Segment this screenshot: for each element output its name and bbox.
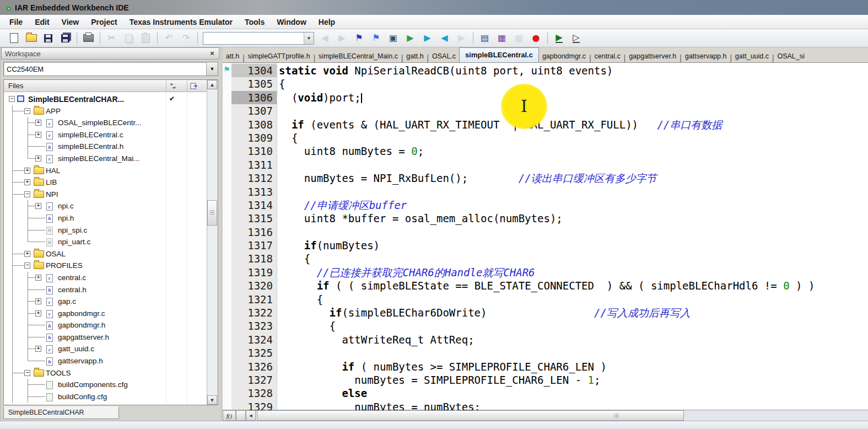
expand-icon[interactable]: +: [35, 203, 41, 209]
code-text[interactable]: //已连接并获取完CHAR6的Handle就写CHAR6: [277, 266, 535, 279]
code-text[interactable]: numBytes = NPI_RxBufLen(); //读出串口缓冲区有多少字…: [277, 171, 657, 185]
compile-button[interactable]: ▤: [477, 31, 493, 45]
tree-item-label[interactable]: LIB: [46, 178, 57, 186]
chevron-down-icon[interactable]: ▼: [206, 62, 218, 76]
navigate-unavailable-button[interactable]: ▶: [454, 31, 470, 45]
tree-item-label[interactable]: npi_spi.c: [58, 226, 87, 234]
code-text[interactable]: {: [277, 252, 310, 265]
breakpoint-cell[interactable]: [223, 226, 231, 239]
code-text[interactable]: if(simpleBLEChar6DoWrite) //写入成功后再写入: [277, 306, 691, 319]
tree-item-label[interactable]: npi_uart.c: [58, 238, 90, 246]
expand-icon[interactable]: +: [35, 275, 41, 281]
save-all-button[interactable]: [57, 31, 73, 45]
code-text[interactable]: if (events & (HAL_UART_RX_TIMEOUT | HAL_…: [277, 118, 722, 131]
tree-item-gapbondmgr-h[interactable]: gapbondmgr.h: [4, 319, 207, 331]
collapse-icon[interactable]: −: [24, 108, 30, 114]
tree-item-gap-c[interactable]: +gap.c: [4, 296, 207, 308]
code-text[interactable]: //申请缓冲区buffer: [277, 199, 407, 212]
tree-item-gapgattserver-h[interactable]: gapgattserver.h: [4, 331, 207, 344]
tree-scrollbar-thumb[interactable]: [207, 200, 217, 226]
navigate-forward-button[interactable]: ▶: [419, 31, 435, 45]
menu-item-texas-instruments-emulator[interactable]: Texas Instruments Emulator: [123, 15, 239, 29]
tree-item-npi-h[interactable]: npi.h: [4, 212, 207, 224]
tree-item-simpleblecentral-h[interactable]: simpleBLECentral.h: [4, 141, 207, 153]
breakpoint-cell[interactable]: [223, 77, 231, 90]
editor-tab-gatt-h[interactable]: gatt.h: [403, 50, 427, 62]
tree-item-label[interactable]: gapgattserver.h: [58, 333, 109, 341]
tree-item-gapbondmgr-c[interactable]: +gapbondmgr.c: [4, 308, 207, 320]
expand-icon[interactable]: +: [24, 168, 30, 174]
breakpoint-cell[interactable]: [223, 131, 231, 144]
breakpoint-cell[interactable]: [223, 91, 231, 104]
expand-icon[interactable]: +: [35, 310, 41, 317]
tree-item-hal[interactable]: +HAL: [4, 165, 207, 177]
tree-item-label[interactable]: simpleBLECentral.c: [58, 131, 123, 139]
go-to-function-button[interactable]: f(): [223, 410, 236, 421]
scroll-down-icon[interactable]: ▼: [207, 395, 217, 405]
code-text[interactable]: {: [277, 293, 323, 306]
tree-item-label[interactable]: simpleBLECentral.h: [58, 142, 123, 151]
collapse-icon[interactable]: −: [24, 191, 30, 197]
tree-item-label[interactable]: npi.c: [58, 202, 74, 210]
menu-item-project[interactable]: Project: [85, 15, 123, 29]
tree-item-label[interactable]: APP: [46, 107, 61, 115]
expand-icon[interactable]: +: [35, 132, 41, 138]
workspace-bottom-tab[interactable]: SimpleBLECentralCHAR: [3, 406, 119, 419]
tree-item-gatt-uuid-c[interactable]: +gatt_uuid.c: [4, 343, 207, 355]
files-column-header[interactable]: Files: [4, 80, 218, 92]
editor-tab-simpleblecentral-c[interactable]: simpleBLECentral.c: [459, 47, 539, 62]
expand-icon[interactable]: +: [24, 179, 30, 185]
make-button[interactable]: ▦: [494, 31, 510, 45]
breakpoint-cell[interactable]: [223, 118, 231, 131]
breakpoint-cell[interactable]: [223, 252, 231, 265]
code-text[interactable]: if ( numBytes >= SIMPLEPROFILE_CHAR6_LEN…: [277, 360, 607, 373]
menu-item-edit[interactable]: Edit: [29, 15, 55, 29]
editor-tab-gattservapp-h[interactable]: gattservapp.h: [682, 50, 730, 62]
breakpoint-cell[interactable]: [223, 104, 231, 117]
tree-item-buildcomponents-cfg[interactable]: buildComponents.cfg: [4, 379, 207, 391]
editor-tab-simpleblecentral-main-c[interactable]: simpleBLECentral_Main.c: [315, 50, 401, 62]
tree-item-simpleblecentralchar[interactable]: −SimpleBLECentralCHAR...✔: [4, 93, 207, 105]
expand-icon[interactable]: +: [35, 155, 41, 162]
open-document-button[interactable]: [23, 31, 39, 45]
tree-item-label[interactable]: buildConfig.cfg: [58, 393, 107, 401]
editor-tab-gatt-uuid-c[interactable]: gatt_uuid.c: [732, 50, 772, 62]
tree-item-lib[interactable]: +LIB: [4, 176, 207, 189]
breakpoint-cell[interactable]: [223, 279, 231, 292]
tree-item-label[interactable]: gatt_uuid.c: [58, 345, 94, 353]
toggle-bookmark-button[interactable]: ⚑: [351, 31, 367, 45]
tree-item-label[interactable]: OSAL_simpleBLECentr...: [58, 119, 142, 127]
code-text[interactable]: {: [277, 77, 285, 90]
tree-item-buildconfig-cfg[interactable]: buildConfig.cfg: [4, 391, 207, 403]
code-text[interactable]: static void NpiSerialReadCB(uint8 port, …: [277, 64, 613, 77]
quick-search-button[interactable]: ▶: [402, 31, 418, 45]
menu-item-window[interactable]: Window: [271, 15, 312, 29]
expand-icon[interactable]: +: [35, 298, 41, 304]
editor-tab-osal-c[interactable]: OSAL.c: [429, 50, 459, 62]
code-text[interactable]: [277, 346, 279, 360]
save-button[interactable]: [40, 31, 56, 45]
code-text[interactable]: numBytes = numBytes;: [277, 400, 481, 410]
breakpoint-cell[interactable]: [223, 400, 231, 410]
close-icon[interactable]: ×: [208, 49, 217, 58]
find-next-button[interactable]: ▶: [334, 31, 350, 45]
tree-item-npi[interactable]: −NPI: [4, 189, 207, 201]
code-text[interactable]: [277, 226, 279, 239]
editor-tab-osal-si[interactable]: OSAL_si: [774, 50, 807, 62]
breakpoint-cell[interactable]: [223, 158, 231, 171]
collapse-icon[interactable]: −: [9, 96, 15, 102]
tree-item-app[interactable]: −APP: [4, 105, 207, 117]
paste-button[interactable]: [138, 31, 154, 45]
editor-tab-gapgattserver-h[interactable]: gapgattserver.h: [626, 50, 680, 62]
debug-without-downloading-button[interactable]: ▷: [568, 31, 584, 45]
code-text[interactable]: [277, 158, 279, 171]
breakpoint-cell[interactable]: [223, 293, 231, 306]
menu-item-file[interactable]: File: [3, 15, 29, 29]
tree-item-central-c[interactable]: +central.c: [4, 272, 207, 284]
editor-tab-att-h[interactable]: att.h: [223, 50, 242, 62]
tree-item-gattservapp-h[interactable]: gattservapp.h: [4, 355, 207, 367]
collapse-icon[interactable]: −: [24, 262, 30, 269]
code-text[interactable]: (void)port;: [277, 91, 362, 104]
copy-button[interactable]: [121, 31, 137, 45]
tree-item-label[interactable]: HAL: [46, 167, 60, 175]
